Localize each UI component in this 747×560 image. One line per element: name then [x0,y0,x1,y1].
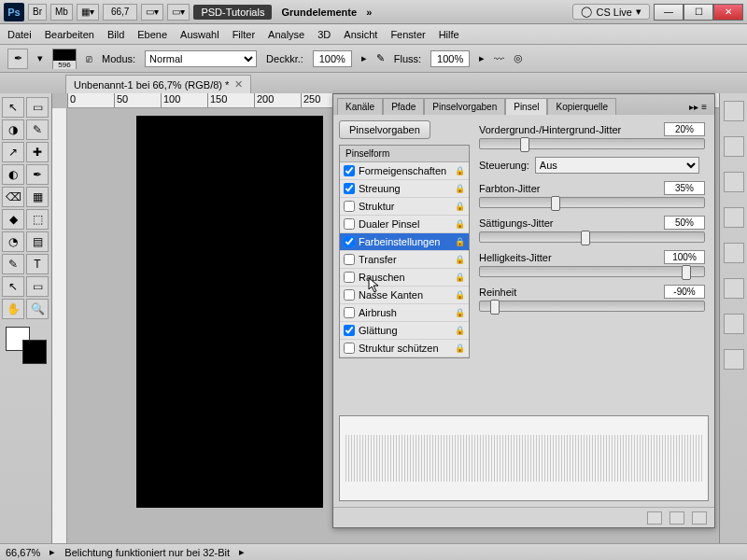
brush-option-struktur-schützen[interactable]: Struktur schützen🔒 [340,340,469,357]
lock-icon[interactable]: 🔒 [455,166,465,175]
tool-3[interactable]: ✎ [26,119,49,140]
slider-value[interactable]: 35% [664,181,705,195]
tool-9[interactable]: ▦ [26,187,49,207]
cslive-button[interactable]: ◯ CS Live ▾ [572,4,650,20]
slider-thumb[interactable] [490,300,500,315]
menu-datei[interactable]: Datei [7,29,32,40]
tab-kopierquelle[interactable]: Kopierquelle [547,98,616,115]
panel-menu-icon[interactable]: ▸▸ ≡ [685,99,711,115]
slider-thumb[interactable] [682,265,691,280]
brush-option-dualer-pinsel[interactable]: Dualer Pinsel🔒 [340,216,469,233]
airbrush-icon[interactable]: 〰 [494,53,504,64]
lock-icon[interactable]: 🔒 [455,219,465,229]
brush-option-checkbox[interactable] [344,201,355,212]
slider-thumb[interactable] [551,196,560,211]
menu-ebene[interactable]: Ebene [137,29,167,40]
flow-input[interactable] [430,50,470,67]
tool-10[interactable]: ◆ [2,209,24,230]
lock-icon[interactable]: 🔒 [455,237,465,246]
new-preset-icon[interactable] [669,511,684,525]
tab-pinselvorgaben[interactable]: Pinselvorgaben [424,98,505,115]
lock-icon[interactable]: 🔒 [455,255,465,264]
bridge-chip[interactable]: Br [28,4,47,21]
lock-icon[interactable]: 🔒 [455,184,465,193]
brush-tool-icon[interactable]: ✒ [7,49,28,69]
close-tab-icon[interactable]: ✕ [234,78,243,91]
layout-chip[interactable]: ▦▾ [77,4,99,21]
brush-option-checkbox[interactable] [344,325,355,336]
menu-hilfe[interactable]: Hilfe [439,29,459,40]
brush-option-nasse-kanten[interactable]: Nasse Kanten🔒 [340,287,469,304]
slider-track[interactable] [479,197,705,208]
slider-thumb[interactable] [520,137,529,152]
channels-panel-icon[interactable] [724,243,744,263]
menu-fenster[interactable]: Fenster [390,29,425,40]
pressure-opacity-icon[interactable]: ✎ [376,52,385,64]
mode-select[interactable]: Normal [145,50,257,67]
tool-8[interactable]: ⌫ [2,187,24,207]
brush-option-farbeinstellungen[interactable]: Farbeinstellungen🔒 [340,233,469,251]
tab-pfade[interactable]: Pfade [383,98,424,115]
tab-pinsel[interactable]: Pinsel [505,98,547,115]
flow-flyout-icon[interactable]: ▸ [479,52,485,64]
opacity-flyout-icon[interactable]: ▸ [361,52,367,64]
tool-16[interactable]: ↖ [2,276,24,297]
slider-track[interactable] [479,266,705,277]
tool-17[interactable]: ▭ [26,276,49,297]
brush-option-formeigenschaften[interactable]: Formeigenschaften🔒 [340,162,469,180]
slider-value[interactable]: 50% [664,216,705,230]
brush-option-glättung[interactable]: Glättung🔒 [340,322,469,340]
brush-presets-button[interactable]: Pinselvorgaben [339,120,430,139]
status-zoom[interactable]: 66,67% [6,547,40,558]
tool-15[interactable]: T [26,254,49,274]
lock-icon[interactable]: 🔒 [455,308,465,317]
steuerung-select[interactable]: Aus [535,157,699,174]
trash-icon[interactable] [692,511,707,525]
brush-option-checkbox[interactable] [344,289,355,301]
brush-option-checkbox[interactable] [344,183,355,194]
lock-icon[interactable]: 🔒 [455,326,465,335]
zoom-display[interactable]: 66,7 [103,4,137,21]
brush-option-streuung[interactable]: Streuung🔒 [340,180,469,198]
layers-panel-icon[interactable] [724,207,744,228]
menu-3d[interactable]: 3D [317,29,331,40]
lock-icon[interactable]: 🔒 [455,343,465,353]
brush-option-checkbox[interactable] [344,254,355,265]
brush-option-transfer[interactable]: Transfer🔒 [340,251,469,269]
adjustments-panel-icon[interactable] [724,172,744,192]
color-panel-icon[interactable] [724,101,744,121]
minibridge-chip[interactable]: Mb [50,4,73,21]
workspace-more[interactable]: » [366,7,372,18]
history-panel-icon[interactable] [724,314,744,334]
brush-option-rauschen[interactable]: Rauschen🔒 [340,269,469,287]
brush-option-checkbox[interactable] [344,165,355,176]
slider-track[interactable] [479,231,705,243]
slider-value[interactable]: 100% [664,250,705,264]
color-swatches[interactable] [6,327,47,364]
tool-19[interactable]: 🔍 [26,299,49,319]
maximize-button[interactable]: ☐ [684,4,713,21]
tool-6[interactable]: ◐ [2,164,24,185]
menu-bearbeiten[interactable]: Bearbeiten [45,29,94,40]
tool-5[interactable]: ✚ [26,142,49,162]
lock-icon[interactable]: 🔒 [455,290,465,300]
workspace-doc[interactable]: Grundelemente [275,7,362,18]
document-tab[interactable]: Unbenannt-1 bei 66,7% (RGB/8) * ✕ [65,75,251,93]
menu-auswahl[interactable]: Auswahl [180,29,219,40]
brush-option-struktur[interactable]: Struktur🔒 [340,198,469,216]
brush-option-checkbox[interactable] [344,218,355,230]
brush-option-checkbox[interactable] [344,236,355,247]
brush-dropdown-icon[interactable]: ▾ [37,52,43,64]
actions-panel-icon[interactable] [724,349,744,370]
view-chip[interactable]: ▭▾ [141,4,163,21]
tool-7[interactable]: ✒ [26,164,49,185]
tool-1[interactable]: ▭ [26,97,49,118]
paths-panel-icon[interactable] [724,278,744,299]
swatches-panel-icon[interactable] [724,136,744,157]
tablet-icon[interactable]: ⎚ [86,53,92,64]
tool-11[interactable]: ⬚ [26,209,49,230]
slider-track[interactable] [479,138,705,149]
tool-12[interactable]: ◔ [2,231,24,252]
canvas[interactable] [136,116,323,508]
menu-ansicht[interactable]: Ansicht [344,29,377,40]
